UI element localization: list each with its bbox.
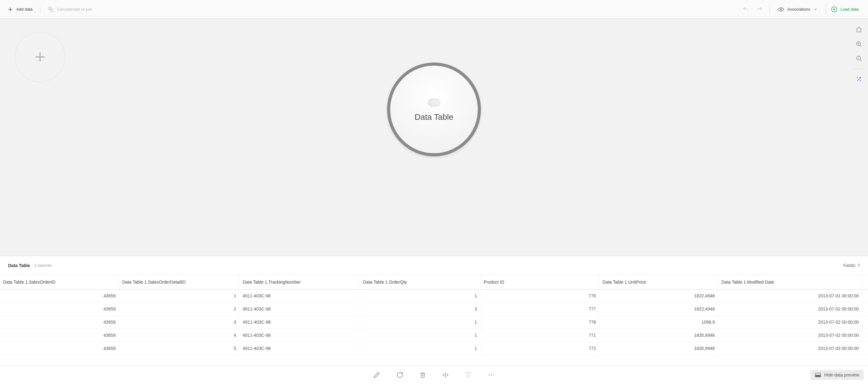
table-cell-extra [862, 342, 868, 355]
table-cell: 1822,4946 [599, 302, 718, 316]
filter-button [463, 370, 473, 380]
table-icon [427, 97, 441, 108]
table-cell-extra [862, 289, 868, 302]
table-row[interactable]: 4365914911-403C-9817761822,49462013-07-0… [0, 289, 868, 302]
column-header[interactable]: Data Table 1.Modified Date [718, 275, 862, 289]
table-header-row: Data Table 1.SalesOrderIDData Table 1.Sa… [0, 275, 868, 289]
edit-button[interactable] [371, 370, 382, 380]
column-header[interactable]: Product ID [480, 275, 599, 289]
table-cell: 1 [360, 329, 480, 342]
table-cell: 2013-07-02 00:00:00 [718, 329, 862, 342]
load-data-button[interactable]: Load data [826, 3, 864, 15]
table-row[interactable]: 4365944911-403C-9817711835,99462013-07-0… [0, 329, 868, 342]
svg-line-12 [860, 45, 861, 46]
table-cell: 772 [480, 342, 599, 355]
table-cell: 1 [360, 316, 480, 329]
table-row[interactable]: 4365934911-403C-9817781098,92013-07-02 0… [0, 316, 868, 329]
toolbar-right: Associations Load data [740, 3, 864, 15]
table-cell: 3 [360, 302, 480, 316]
svg-point-23 [491, 374, 492, 375]
column-header[interactable]: Data Table 1.OrderQty [360, 275, 480, 289]
add-data-label: Add data [16, 7, 33, 11]
delete-button[interactable] [418, 370, 428, 380]
table-cell: 1 [360, 342, 480, 355]
hide-data-preview-button[interactable]: Hide data preview [810, 370, 864, 380]
load-data-label: Load data [840, 7, 859, 11]
add-data-button[interactable]: Add data [4, 4, 36, 15]
table-bubble-data-table[interactable]: Data Table [387, 63, 481, 156]
preview-title: Data Table [8, 263, 30, 268]
more-actions-button[interactable] [486, 370, 497, 380]
svg-line-16 [860, 59, 861, 61]
canvas-vertical-tools [850, 19, 868, 84]
associations-dropdown[interactable]: Associations [774, 4, 822, 15]
undo-button [740, 4, 751, 14]
table-cell: 4911-403C-98 [239, 302, 360, 316]
table-cell: 5 [119, 342, 239, 355]
table-cell: 2013-07-01 00:00:00 [718, 289, 862, 302]
table-bubble-label: Data Table [414, 112, 454, 122]
table-cell: 4911-403C-98 [239, 342, 360, 355]
table-row[interactable]: 4365954911-403C-9817721835,99462013-07-0… [0, 342, 868, 355]
table-cell: 43659 [0, 329, 119, 342]
concat-icon [48, 6, 54, 12]
plus-icon [33, 50, 47, 64]
data-model-canvas[interactable]: Data Table [0, 19, 868, 256]
column-header-extra [862, 275, 868, 289]
toolbar-divider [40, 5, 40, 14]
svg-rect-26 [815, 375, 821, 377]
table-cell: 1835,9946 [599, 342, 718, 355]
vtools-divider [854, 69, 864, 69]
svg-point-24 [493, 374, 494, 375]
table-cell: 2013-07-02 00:00:00 [718, 316, 862, 329]
toolbar-left: Add data Concatenate or join [4, 4, 95, 15]
svg-point-4 [780, 8, 782, 10]
concat-label: Concatenate or join [57, 7, 92, 11]
add-table-bubble[interactable] [15, 32, 65, 82]
svg-marker-21 [466, 373, 471, 377]
redo-button [754, 4, 765, 14]
associations-label: Associations [787, 7, 810, 11]
zoom-in-button[interactable] [854, 39, 864, 50]
data-preview-table: Data Table 1.SalesOrderIDData Table 1.Sa… [0, 275, 868, 355]
table-cell: 1835,9946 [599, 329, 718, 342]
column-header[interactable]: Data Table 1.UnitPrice [599, 275, 718, 289]
reload-button[interactable] [395, 370, 405, 380]
eye-icon [778, 6, 784, 12]
svg-marker-6 [834, 8, 835, 10]
magic-wand-button[interactable] [854, 74, 864, 84]
svg-point-22 [489, 374, 490, 375]
table-cell-extra [862, 302, 868, 316]
table-cell: 2 [119, 302, 239, 316]
table-row[interactable]: 4365924911-403C-9837771822,49462013-07-0… [0, 302, 868, 316]
column-header[interactable]: Data Table 1.TrackingNumber [239, 275, 360, 289]
hide-preview-label: Hide data preview [824, 373, 859, 378]
top-toolbar: Add data Concatenate or join Association… [0, 0, 868, 19]
column-header[interactable]: Data Table 1.SalesOrderID [0, 275, 119, 289]
column-header[interactable]: Data Table 1.SalesOrderDetailID [119, 275, 239, 289]
svg-point-18 [857, 77, 858, 78]
table-cell: 43659 [0, 316, 119, 329]
table-cell: 43659 [0, 342, 119, 355]
table-cell: 43659 [0, 289, 119, 302]
preview-fields-count: Fields: 7 [843, 263, 860, 268]
svg-point-19 [860, 81, 861, 81]
table-cell: 1 [360, 289, 480, 302]
unpivot-button[interactable] [440, 370, 451, 380]
table-cell: 776 [480, 289, 599, 302]
home-zoom-button[interactable] [854, 24, 864, 35]
concatenate-join-button: Concatenate or join [45, 4, 95, 15]
table-cell: 778 [480, 316, 599, 329]
table-cell: 4911-403C-98 [239, 329, 360, 342]
zoom-out-button[interactable] [854, 53, 864, 64]
table-cell: 2013-07-03 00:00:00 [718, 342, 862, 355]
preview-header: Data Table 2 sources Fields: 7 [0, 256, 868, 275]
svg-point-10 [432, 98, 440, 107]
toolbar-divider [769, 5, 770, 14]
data-preview-table-wrap: Data Table 1.SalesOrderIDData Table 1.Sa… [0, 275, 868, 365]
table-cell-extra [862, 329, 868, 342]
table-cell: 1 [119, 289, 239, 302]
table-cell: 43659 [0, 302, 119, 316]
table-cell: 3 [119, 316, 239, 329]
panel-icon [815, 373, 821, 378]
